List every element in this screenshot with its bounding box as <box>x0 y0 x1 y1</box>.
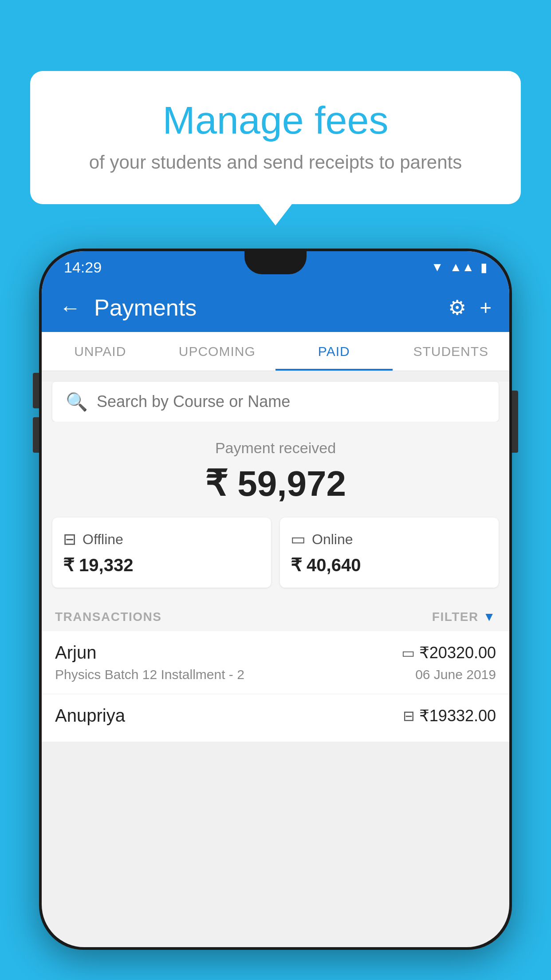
search-icon: 🔍 <box>66 391 88 412</box>
transaction-row-top: Arjun ▭ ₹20320.00 <box>55 643 496 663</box>
filter-icon: ▼ <box>483 610 496 624</box>
phone-screen: 14:29 ▼ ▲▲ ▮ ← Payments ⚙ + UNPAID <box>42 251 509 947</box>
main-content: 🔍 Payment received ₹ 59,972 ⊟ Offline <box>42 382 509 742</box>
offline-label: Offline <box>83 531 123 548</box>
search-bar[interactable]: 🔍 <box>52 382 499 422</box>
student-name: Anupriya <box>55 706 125 726</box>
speech-bubble: Manage fees of your students and send re… <box>30 71 521 204</box>
transactions-header: TRANSACTIONS FILTER ▼ <box>42 601 509 631</box>
tab-paid[interactable]: PAID <box>276 332 393 371</box>
add-icon[interactable]: + <box>480 296 492 320</box>
offline-pay-icon: ⊟ <box>403 707 415 724</box>
online-card-header: ▭ Online <box>291 530 488 549</box>
app-bar: ← Payments ⚙ + <box>42 283 509 332</box>
filter-label: FILTER <box>432 610 479 624</box>
transaction-row[interactable]: Anupriya ⊟ ₹19332.00 <box>42 694 509 742</box>
offline-amount: ₹ 19,332 <box>63 555 260 575</box>
status-time: 14:29 <box>64 259 102 276</box>
tabs-container: UNPAID UPCOMING PAID STUDENTS <box>42 332 509 371</box>
payment-total-amount: ₹ 59,972 <box>55 463 496 504</box>
battery-icon: ▮ <box>480 260 487 275</box>
side-button-vol-up <box>33 373 39 408</box>
side-button-power <box>512 391 518 453</box>
online-label: Online <box>312 531 353 548</box>
student-name: Arjun <box>55 643 96 663</box>
signal-icon: ▲▲ <box>450 260 474 274</box>
status-icons: ▼ ▲▲ ▮ <box>431 260 487 275</box>
tab-unpaid[interactable]: UNPAID <box>42 332 159 371</box>
filter-button[interactable]: FILTER ▼ <box>432 610 496 624</box>
tab-students[interactable]: STUDENTS <box>393 332 510 371</box>
tx-date: 06 June 2019 <box>415 667 496 682</box>
back-button[interactable]: ← <box>59 296 81 320</box>
online-amount: ₹ 40,640 <box>291 555 488 575</box>
wifi-icon: ▼ <box>431 260 444 274</box>
transaction-row-top: Anupriya ⊟ ₹19332.00 <box>55 706 496 726</box>
phone-wrap: 14:29 ▼ ▲▲ ▮ ← Payments ⚙ + UNPAID <box>39 249 512 980</box>
online-payment-icon: ▭ <box>291 530 306 549</box>
transaction-row[interactable]: Arjun ▭ ₹20320.00 Physics Batch 12 Insta… <box>42 631 509 694</box>
phone-outer: 14:29 ▼ ▲▲ ▮ ← Payments ⚙ + UNPAID <box>39 249 512 950</box>
search-input[interactable] <box>97 392 485 411</box>
tab-upcoming[interactable]: UPCOMING <box>159 332 276 371</box>
notch <box>244 251 307 274</box>
offline-payment-icon: ⊟ <box>63 530 76 549</box>
speech-bubble-subtitle: of your students and send receipts to pa… <box>52 152 499 173</box>
side-button-vol-down <box>33 417 39 453</box>
offline-payment-card: ⊟ Offline ₹ 19,332 <box>52 518 271 588</box>
offline-card-header: ⊟ Offline <box>63 530 260 549</box>
gear-icon[interactable]: ⚙ <box>448 296 466 320</box>
app-bar-title: Payments <box>94 294 435 321</box>
transaction-row-bottom: Physics Batch 12 Installment - 2 06 June… <box>55 667 496 682</box>
tx-amount: ▭ ₹20320.00 <box>401 644 496 662</box>
transactions-label: TRANSACTIONS <box>55 610 161 624</box>
course-info: Physics Batch 12 Installment - 2 <box>55 667 244 682</box>
payment-received-section: Payment received ₹ 59,972 <box>42 422 509 518</box>
payment-cards: ⊟ Offline ₹ 19,332 ▭ Online ₹ 40,640 <box>42 518 509 601</box>
app-bar-actions: ⚙ + <box>448 296 492 320</box>
status-bar: 14:29 ▼ ▲▲ ▮ <box>42 251 509 283</box>
tx-amount: ⊟ ₹19332.00 <box>403 707 496 725</box>
online-payment-card: ▭ Online ₹ 40,640 <box>280 518 499 588</box>
card-pay-icon: ▭ <box>401 644 415 661</box>
speech-bubble-title: Manage fees <box>52 98 499 143</box>
payment-received-label: Payment received <box>55 439 496 457</box>
